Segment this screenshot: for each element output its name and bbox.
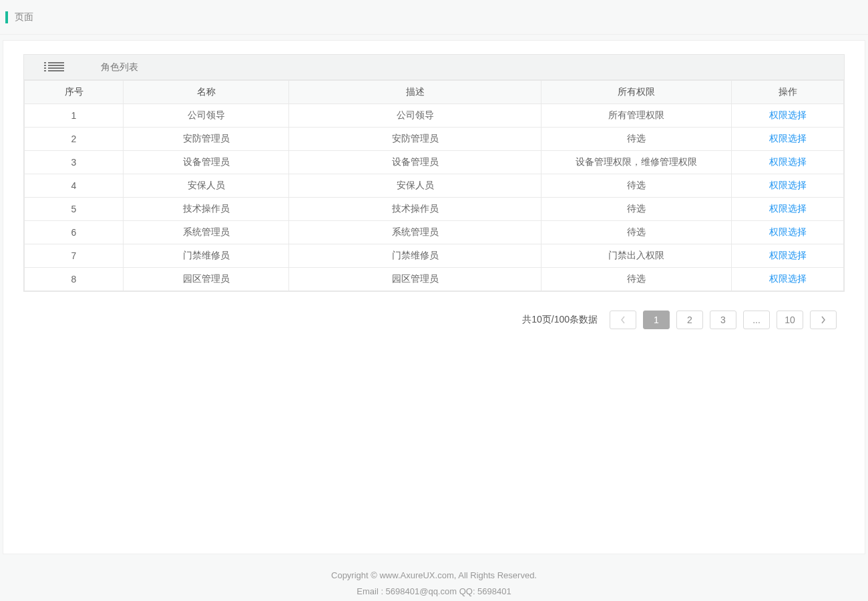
th-action: 操作 — [732, 81, 844, 104]
cell-perm: 门禁出入权限 — [541, 244, 732, 268]
cell-perm: 所有管理权限 — [541, 104, 732, 128]
table-row: 1公司领导公司领导所有管理权限权限选择 — [25, 104, 844, 128]
th-desc: 描述 — [289, 81, 541, 104]
table-row: 6系统管理员系统管理员待选权限选择 — [25, 221, 844, 244]
page-10-button[interactable]: 10 — [777, 311, 803, 329]
role-table: 序号 名称 描述 所有权限 操作 1公司领导公司领导所有管理权限权限选择2安防管… — [24, 80, 844, 291]
page-2-button[interactable]: 2 — [676, 311, 703, 329]
cell-index: 1 — [25, 104, 124, 128]
svg-rect-7 — [48, 70, 64, 71]
panel-title: 角色列表 — [101, 61, 138, 73]
svg-rect-0 — [44, 62, 46, 63]
svg-rect-3 — [48, 65, 64, 66]
footer-copyright: Copyright © www.AxureUX.com, All Rights … — [0, 568, 868, 584]
table-row: 8园区管理员园区管理员待选权限选择 — [25, 268, 844, 291]
permission-select-link[interactable]: 权限选择 — [769, 226, 807, 237]
th-perm: 所有权限 — [541, 81, 732, 104]
cell-name: 设备管理员 — [124, 151, 289, 174]
main-content: 角色列表 序号 名称 描述 所有权限 操作 1公司领导公司领导所有管理权限权限选… — [3, 40, 865, 554]
cell-index: 3 — [25, 151, 124, 174]
cell-name: 安防管理员 — [124, 128, 289, 151]
table-row: 3设备管理员设备管理员设备管理权限，维修管理权限权限选择 — [25, 151, 844, 174]
cell-desc: 园区管理员 — [289, 268, 541, 291]
permission-select-link[interactable]: 权限选择 — [769, 250, 807, 260]
cell-desc: 安防管理员 — [289, 128, 541, 151]
svg-rect-2 — [44, 65, 46, 66]
cell-desc: 公司领导 — [289, 104, 541, 128]
pagination-info: 共10页/100条数据 — [522, 314, 598, 326]
cell-action: 权限选择 — [732, 128, 844, 151]
cell-action: 权限选择 — [732, 174, 844, 198]
top-bar: 页面 — [0, 0, 868, 35]
cell-desc: 系统管理员 — [289, 221, 541, 244]
cell-desc: 安保人员 — [289, 174, 541, 198]
cell-action: 权限选择 — [732, 221, 844, 244]
cell-action: 权限选择 — [732, 268, 844, 291]
role-panel: 角色列表 序号 名称 描述 所有权限 操作 1公司领导公司领导所有管理权限权限选… — [23, 54, 845, 292]
cell-action: 权限选择 — [732, 151, 844, 174]
cell-index: 4 — [25, 174, 124, 198]
cell-index: 2 — [25, 128, 124, 151]
footer: Copyright © www.AxureUX.com, All Rights … — [0, 554, 868, 600]
svg-rect-6 — [44, 70, 46, 71]
page-ellipsis: ... — [743, 311, 770, 329]
page-3-button[interactable]: 3 — [710, 311, 736, 329]
cell-perm: 待选 — [541, 128, 732, 151]
cell-index: 7 — [25, 244, 124, 268]
cell-index: 6 — [25, 221, 124, 244]
th-index: 序号 — [25, 81, 124, 104]
cell-name: 门禁维修员 — [124, 244, 289, 268]
cell-desc: 技术操作员 — [289, 198, 541, 221]
table-header-row: 序号 名称 描述 所有权限 操作 — [25, 81, 844, 104]
cell-perm: 待选 — [541, 174, 732, 198]
cell-perm: 待选 — [541, 268, 732, 291]
cell-desc: 门禁维修员 — [289, 244, 541, 268]
cell-name: 园区管理员 — [124, 268, 289, 291]
permission-select-link[interactable]: 权限选择 — [769, 203, 807, 214]
cell-desc: 设备管理员 — [289, 151, 541, 174]
permission-select-link[interactable]: 权限选择 — [769, 180, 807, 190]
cell-action: 权限选择 — [732, 104, 844, 128]
page-1-button[interactable]: 1 — [643, 311, 670, 329]
svg-rect-4 — [44, 67, 46, 69]
cell-perm: 设备管理权限，维修管理权限 — [541, 151, 732, 174]
permission-select-link[interactable]: 权限选择 — [769, 110, 807, 120]
cell-index: 5 — [25, 198, 124, 221]
pagination: 共10页/100条数据 1 2 3 ... 10 — [23, 292, 845, 329]
table-row: 7门禁维修员门禁维修员门禁出入权限权限选择 — [25, 244, 844, 268]
cell-perm: 待选 — [541, 198, 732, 221]
table-row: 4安保人员安保人员待选权限选择 — [25, 174, 844, 198]
cell-name: 技术操作员 — [124, 198, 289, 221]
prev-page-button[interactable] — [610, 311, 636, 329]
table-row: 5技术操作员技术操作员待选权限选择 — [25, 198, 844, 221]
svg-rect-5 — [48, 67, 64, 69]
footer-contact: Email : 5698401@qq.com QQ: 5698401 — [0, 584, 868, 600]
accent-bar — [5, 11, 8, 23]
cell-perm: 待选 — [541, 221, 732, 244]
next-page-button[interactable] — [810, 311, 837, 329]
cell-index: 8 — [25, 268, 124, 291]
cell-name: 安保人员 — [124, 174, 289, 198]
panel-header: 角色列表 — [24, 55, 844, 80]
permission-select-link[interactable]: 权限选择 — [769, 156, 807, 167]
permission-select-link[interactable]: 权限选择 — [769, 273, 807, 284]
table-row: 2安防管理员安防管理员待选权限选择 — [25, 128, 844, 151]
cell-action: 权限选择 — [732, 198, 844, 221]
cell-action: 权限选择 — [732, 244, 844, 268]
cell-name: 公司领导 — [124, 104, 289, 128]
page-title: 页面 — [15, 11, 33, 23]
th-name: 名称 — [124, 81, 289, 104]
svg-rect-1 — [48, 62, 64, 63]
permission-select-link[interactable]: 权限选择 — [769, 133, 807, 144]
cell-name: 系统管理员 — [124, 221, 289, 244]
list-icon — [44, 62, 64, 73]
